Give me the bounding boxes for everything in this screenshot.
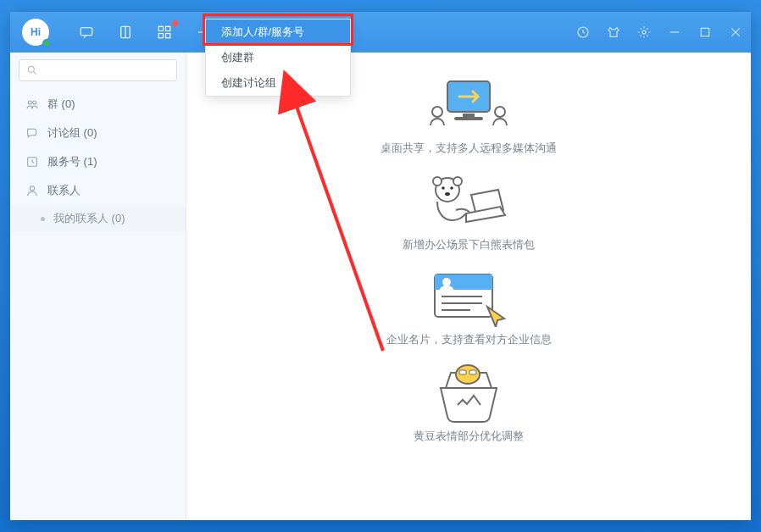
svg-rect-15 bbox=[463, 114, 475, 117]
app-body: 群 (0) 讨论组 (0) 服务号 (1) 联系人 我的联系人 (0) bbox=[10, 53, 751, 520]
sidebar-item-label: 服务号 (1) bbox=[47, 154, 97, 169]
svg-point-20 bbox=[433, 177, 442, 186]
feature-caption: 新增办公场景下白熊表情包 bbox=[403, 237, 535, 252]
feature-illustration bbox=[422, 171, 515, 232]
avatar-label: Hi bbox=[31, 26, 41, 38]
svg-rect-2 bbox=[158, 26, 163, 30]
feature-biz-card: 企业名片，支持查看对方企业信息 bbox=[386, 268, 552, 347]
minimize-icon[interactable] bbox=[666, 24, 683, 41]
svg-point-18 bbox=[495, 107, 505, 117]
sidebar-item-discuss[interactable]: 讨论组 (0) bbox=[10, 119, 186, 147]
svg-rect-8 bbox=[701, 28, 708, 36]
sidebar-subitem-mycontacts[interactable]: 我的联系人 (0) bbox=[10, 205, 186, 232]
sidebar-item-label: 联系人 bbox=[47, 183, 81, 198]
skin-icon[interactable] bbox=[605, 24, 622, 41]
sidebar-item-label: 讨论组 (0) bbox=[47, 125, 97, 141]
chat-icon[interactable] bbox=[78, 24, 95, 41]
svg-rect-4 bbox=[158, 34, 163, 38]
history-icon[interactable] bbox=[575, 24, 592, 41]
maximize-icon[interactable] bbox=[697, 24, 714, 41]
dropdown-item-label: 创建群 bbox=[221, 50, 254, 65]
close-icon[interactable] bbox=[727, 24, 744, 41]
sidebar: 群 (0) 讨论组 (0) 服务号 (1) 联系人 我的联系人 (0) bbox=[10, 53, 186, 520]
titlebar-right-icons bbox=[575, 12, 744, 53]
status-online-dot bbox=[42, 39, 51, 47]
dropdown-item-create-group[interactable]: 创建群 bbox=[206, 45, 350, 70]
dropdown-item-label: 创建讨论组 bbox=[221, 75, 276, 91]
svg-point-27 bbox=[442, 278, 451, 286]
svg-point-13 bbox=[30, 186, 34, 191]
svg-point-11 bbox=[33, 101, 36, 104]
svg-rect-16 bbox=[454, 117, 483, 120]
avatar[interactable]: Hi bbox=[22, 19, 49, 46]
sidebar-list: 群 (0) 讨论组 (0) 服务号 (1) 联系人 我的联系人 (0) bbox=[10, 86, 186, 232]
notification-badge bbox=[172, 20, 178, 26]
svg-rect-3 bbox=[166, 26, 170, 30]
apps-icon[interactable] bbox=[156, 24, 173, 41]
svg-point-24 bbox=[445, 192, 450, 196]
feature-caption: 黄豆表情部分优化调整 bbox=[414, 429, 524, 444]
settings-icon[interactable] bbox=[636, 24, 653, 41]
sidebar-subitem-label: 我的联系人 (0) bbox=[53, 211, 125, 226]
dropdown-item-create-discuss[interactable]: 创建讨论组 bbox=[206, 70, 350, 96]
main-area: 桌面共享，支持多人远程多媒体沟通 bbox=[186, 53, 751, 520]
feature-bear-stickers: 新增办公场景下白熊表情包 bbox=[403, 171, 535, 252]
dropdown-item-label: 添加人/群/服务号 bbox=[221, 25, 304, 40]
dropdown-item-add[interactable]: 添加人/群/服务号 bbox=[206, 19, 350, 45]
svg-point-17 bbox=[432, 107, 442, 117]
sidebar-item-group[interactable]: 群 (0) bbox=[10, 90, 186, 119]
sidebar-item-label: 群 (0) bbox=[47, 97, 75, 112]
feature-list: 桌面共享，支持多人远程多媒体沟通 bbox=[186, 76, 751, 520]
feature-emoji: 黄豆表情部分优化调整 bbox=[414, 363, 524, 444]
add-dropdown: 添加人/群/服务号 创建群 创建讨论组 bbox=[205, 19, 351, 97]
svg-rect-33 bbox=[469, 370, 476, 374]
feature-caption: 桌面共享，支持多人远程多媒体沟通 bbox=[380, 141, 557, 156]
svg-point-22 bbox=[442, 186, 445, 190]
sidebar-item-contacts[interactable]: 联系人 bbox=[10, 176, 186, 205]
feature-illustration bbox=[428, 268, 509, 327]
search-input[interactable] bbox=[19, 59, 177, 81]
feature-caption: 企业名片，支持查看对方企业信息 bbox=[386, 332, 552, 347]
svg-point-9 bbox=[28, 66, 34, 72]
titlebar: Hi bbox=[10, 12, 751, 53]
feature-screen-share: 桌面共享，支持多人远程多媒体沟通 bbox=[380, 76, 557, 156]
bullet-icon bbox=[41, 217, 45, 221]
titlebar-left-icons bbox=[78, 24, 212, 41]
contacts-icon[interactable] bbox=[117, 24, 134, 41]
svg-rect-0 bbox=[81, 28, 92, 36]
feature-illustration bbox=[422, 76, 515, 136]
svg-rect-32 bbox=[459, 370, 466, 374]
feature-illustration bbox=[430, 363, 507, 424]
sidebar-item-service[interactable]: 服务号 (1) bbox=[10, 147, 186, 176]
svg-point-23 bbox=[450, 186, 453, 190]
svg-point-21 bbox=[453, 177, 462, 186]
svg-point-7 bbox=[642, 30, 646, 34]
app-window: Hi bbox=[10, 12, 751, 520]
svg-point-10 bbox=[28, 101, 31, 104]
svg-rect-5 bbox=[166, 34, 170, 38]
